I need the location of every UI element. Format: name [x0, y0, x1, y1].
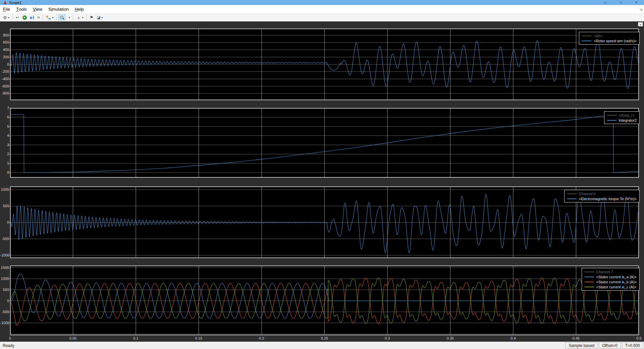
y-tick-label: 400 — [0, 48, 9, 52]
settings-button[interactable]: ⚙ ▾ — [2, 14, 11, 20]
legend-line-sample — [582, 36, 591, 36]
legend-label: <Rotor speed wm (rad/s)> — [594, 39, 637, 43]
menu-view[interactable]: View — [30, 5, 45, 13]
toolbar-separator — [87, 14, 87, 20]
y-tick-label: 3 — [0, 143, 9, 147]
x-tick-label: 0.2 — [259, 336, 264, 340]
y-tick-label: 5 — [0, 124, 9, 129]
y-tick-label: -200 — [0, 69, 9, 74]
y-tick-label: 7 — [0, 106, 9, 110]
signal-selector-button[interactable]: ▾ — [45, 14, 55, 20]
y-tick-label: -600 — [0, 84, 9, 89]
run-button[interactable]: ▶ — [21, 14, 28, 20]
step-forward-button[interactable]: ▶ — [29, 14, 35, 20]
gear-icon: ⚙ — [3, 15, 7, 20]
title-bar: Scope1 — □ × — [0, 0, 644, 5]
window-title: Scope1 — [9, 1, 21, 5]
measurements-icon: ◪ — [97, 15, 100, 20]
stop-button[interactable]: ■ — [36, 14, 41, 20]
y-tick-label: 2 — [0, 152, 9, 156]
legend-entry[interactable]: Channel 5 — [567, 191, 637, 196]
y-tick-label: 800 — [0, 33, 9, 38]
y-tick-label: -500 — [0, 310, 9, 314]
legend-entry[interactable]: <Stator current is_c (A)> — [585, 284, 637, 289]
scope-plot-area-4[interactable] — [10, 266, 639, 335]
legend-line-sample — [582, 41, 591, 41]
menu-help[interactable]: Help — [72, 5, 87, 13]
signal-selector-icon — [46, 15, 51, 20]
chevron-down-icon: ▾ — [82, 16, 83, 19]
y-tick-label: 6 — [0, 115, 9, 119]
y-tick-label: 1500 — [0, 266, 9, 270]
legend-label: <theta_r> — [619, 113, 635, 117]
y-tick-mark — [9, 173, 10, 173]
y-tick-label: -500 — [0, 237, 9, 241]
legend-entry[interactable]: <Rotor speed wm (rad/s)> — [582, 38, 637, 43]
fit-to-view-button[interactable]: ↔↕ ▾ — [75, 14, 85, 20]
y-tick-label: -400 — [0, 77, 9, 81]
menu-simulation[interactable]: Simulation — [45, 5, 72, 13]
legend-entry[interactable]: <theta_r> — [607, 113, 637, 118]
menu-bar: File Tools View Simulation Help ↘ — [0, 5, 644, 14]
legend-label: <Wr> — [594, 34, 603, 38]
y-tick-mark — [9, 190, 10, 190]
legend-line-sample — [567, 198, 577, 199]
toolbar: ⚙ ▾ ↩ ▶ ▶ ■ ▾ + ▾ ↔↕ — [0, 14, 644, 21]
minimize-button[interactable]: — — [598, 0, 613, 5]
scope-plot-area-2[interactable] — [10, 108, 639, 178]
fit-to-view-icon: ↔↕ — [76, 15, 81, 20]
legend-plot-2: <theta_r>Integrator2 — [604, 111, 640, 124]
legend-entry[interactable]: <Stator current is_a (A)> — [585, 274, 637, 279]
scope-plot-3: 10005000-500-1000Channel 5<Electromagnet… — [0, 186, 644, 258]
y-tick-mark — [9, 163, 10, 164]
legend-entry[interactable]: Integrator2 — [607, 118, 637, 123]
legend-label: <Stator current is_a (A)> — [596, 275, 637, 279]
scroll-up-button[interactable]: ▲ — [638, 22, 643, 26]
scope-plot-area-3[interactable] — [10, 186, 639, 258]
toolbar-separator — [73, 14, 73, 20]
stop-icon: ■ — [37, 15, 40, 20]
toolbar-overflow-icon[interactable]: ↘ — [640, 7, 642, 11]
y-tick-label: 500 — [0, 204, 9, 208]
y-tick-mark — [9, 136, 10, 136]
y-tick-label: 1000 — [0, 187, 9, 192]
menu-file[interactable]: File — [0, 5, 13, 13]
y-tick-mark — [9, 35, 10, 36]
highlight-block-button[interactable]: ↩ — [14, 14, 20, 20]
legend-line-sample — [585, 272, 594, 272]
legend-entry[interactable]: <Electromagnetic torque Te (N*m)> — [567, 196, 637, 201]
trigger-icon: ⚑ — [90, 15, 94, 20]
y-tick-mark — [9, 323, 10, 323]
scope-canvas: ▲ 8006004002000-200-400-600-800<Wr><Roto… — [0, 21, 644, 342]
legend-line-sample — [585, 282, 594, 282]
y-tick-label: 1000 — [0, 277, 9, 281]
y-tick-mark — [9, 312, 10, 312]
scope-plot-area-1[interactable] — [10, 28, 639, 100]
zoom-button[interactable]: + — [58, 14, 65, 20]
scope-plot-1: 8006004002000-200-400-600-800<Wr><Rotor … — [0, 28, 644, 100]
y-tick-label: 0 — [0, 170, 9, 175]
y-tick-label: -800 — [0, 91, 9, 96]
y-tick-mark — [9, 64, 10, 65]
y-tick-mark — [9, 57, 10, 57]
legend-entry[interactable]: <Stator current is_b (A)> — [585, 279, 637, 284]
maximize-button[interactable]: □ — [613, 0, 629, 5]
chevron-down-icon: ▾ — [68, 16, 70, 19]
x-tick-label: 0.4 — [511, 336, 516, 340]
scope-plot-2: 76543210<theta_r>Integrator2 — [0, 108, 644, 178]
trigger-button[interactable]: ⚑ — [89, 14, 95, 20]
chevron-down-icon: ▾ — [52, 16, 53, 19]
legend-entry[interactable]: <Wr> — [582, 33, 637, 38]
zoom-options-button[interactable]: ▾ — [66, 14, 71, 20]
measurements-button[interactable]: ◪ ▾ — [95, 14, 104, 20]
y-tick-label: -1000 — [0, 253, 9, 257]
legend-label: <Stator current is_b (A)> — [596, 280, 637, 284]
legend-label: <Electromagnetic torque Te (N*m)> — [579, 197, 637, 201]
legend-entry[interactable]: Channel 7 — [585, 269, 637, 274]
menu-tools[interactable]: Tools — [13, 5, 30, 13]
close-button[interactable]: × — [629, 0, 644, 5]
y-tick-mark — [9, 72, 10, 72]
toolbar-separator — [56, 14, 57, 20]
legend-label: Integrator2 — [619, 118, 637, 122]
toolbar-separator — [12, 14, 13, 20]
